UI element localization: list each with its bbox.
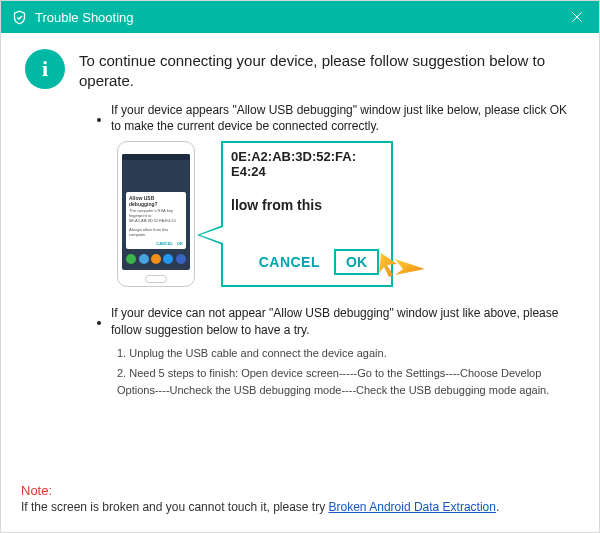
note-text-before: If the screen is broken and you cannot t… [21,500,329,514]
note-block: Note: If the screen is broken and you ca… [21,483,579,514]
zoom-cancel-button: CANCEL [259,254,320,270]
info-icon: i [25,49,65,89]
callout-pointer [197,225,223,245]
instructions: If your device appears "Allow USB debugg… [97,102,575,136]
dock-app-3 [151,254,161,264]
intro-text: To continue connecting your device, plea… [79,49,575,92]
dialog-title: Trouble Shooting [35,10,565,25]
zoom-buttons: CANCEL OK [259,249,379,275]
zoom-mac-line2: E4:24 [231,164,383,179]
phone-home-button [145,275,167,283]
step-2: 2. Need 5 steps to finish: Open device s… [117,365,575,398]
phone-dialog-ok: OK [177,242,183,247]
close-button[interactable] [565,5,589,29]
zoom-allow-text: llow from this [231,197,383,213]
note-label: Note: [21,483,579,498]
phone-dialog-line3: 0E:A2:AB:3D:52:FA:E4:24 [129,218,176,223]
instructions-2: If your device can not appear "Allow USB… [97,305,575,339]
phone-statusbar [122,154,190,160]
bullet-dot [97,321,101,325]
shield-icon [11,9,27,25]
zoom-mac-line1: 0E:A2:AB:3D:52:FA: [231,149,383,164]
phone-mock: Allow USB debugging? The computer's RSA … [117,141,195,287]
dock-app-1 [126,254,136,264]
content-area: i To continue connecting your device, pl… [1,33,599,410]
note-text-after: . [496,500,499,514]
dock-app-4 [163,254,173,264]
close-icon [569,9,585,25]
zoom-dialog: 0E:A2:AB:3D:52:FA: E4:24 llow from this … [221,141,393,287]
bullet-dot [97,118,101,122]
titlebar: Trouble Shooting [1,1,599,33]
steps: 1. Unplug the USB cable and connect the … [117,345,575,399]
phone-dialog: Allow USB debugging? The computer's RSA … [126,192,186,249]
bullet-1: If your device appears "Allow USB debugg… [97,102,575,136]
dock-app-5 [176,254,186,264]
svg-marker-2 [379,253,397,277]
zoom-ok-button: OK [334,249,379,275]
broken-android-link[interactable]: Broken Android Data Extraction [329,500,496,514]
dock-app-2 [139,254,149,264]
arrow-cursor-icon [379,253,425,279]
bullet-2-text: If your device can not appear "Allow USB… [111,305,575,339]
bullet-1-text: If your device appears "Allow USB debugg… [111,102,575,136]
intro-row: i To continue connecting your device, pl… [25,49,575,92]
phone-screen: Allow USB debugging? The computer's RSA … [122,154,190,270]
svg-marker-3 [395,259,425,275]
phone-dialog-title: Allow USB debugging? [129,195,183,207]
illustration: Allow USB debugging? The computer's RSA … [117,141,575,287]
bullet-2: If your device can not appear "Allow USB… [97,305,575,339]
phone-dialog-checkbox: Always allow from this computer [129,227,168,237]
note-text: If the screen is broken and you cannot t… [21,500,579,514]
step-1: 1. Unplug the USB cable and connect the … [117,345,575,362]
phone-dock [122,251,190,267]
phone-dialog-cancel: CANCEL [156,242,173,247]
